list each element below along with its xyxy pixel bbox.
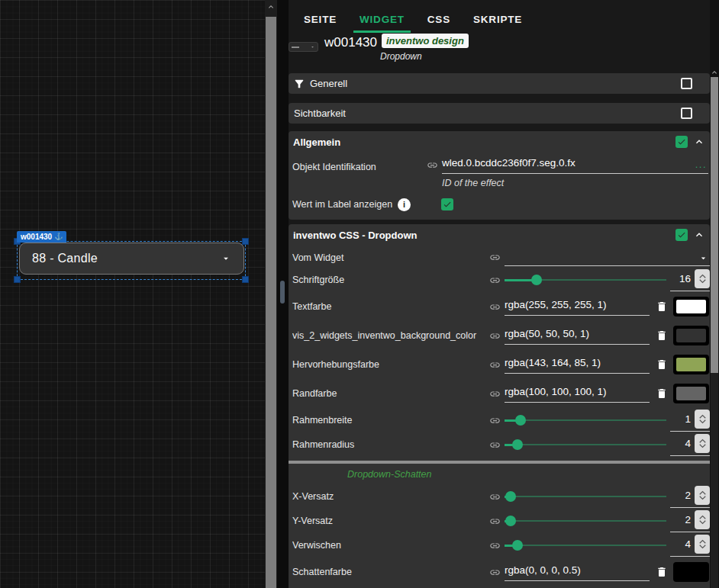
y-versatz-label: Y-Versatz: [292, 516, 489, 526]
allgemein-collapse-icon[interactable]: [693, 136, 705, 148]
delete-icon[interactable]: [656, 387, 668, 400]
hervorhebungsfarbe-swatch[interactable]: [673, 355, 709, 374]
oid-value: wled.0.bcddc236f0f7.seg.0.fx: [442, 157, 576, 169]
anchor-icon[interactable]: ⚓: [54, 233, 63, 240]
canvas-scroll-up-icon[interactable]: [266, 2, 276, 11]
widget-id-title: w001430: [324, 35, 377, 50]
delete-icon[interactable]: [656, 329, 668, 342]
verwischen-slider[interactable]: [505, 535, 666, 555]
select-caret-icon: [698, 253, 708, 263]
selection-frame[interactable]: [17, 241, 246, 280]
field-textfarbe: Textfarbe rgba(255, 255, 255, 1): [289, 292, 710, 321]
field-schriftgroesse: Schriftgröße 16: [289, 268, 710, 292]
canvas-scrollbar[interactable]: [265, 0, 277, 588]
panel-splitter[interactable]: [277, 0, 289, 588]
schriftgroesse-value[interactable]: 16: [679, 273, 691, 284]
info-icon[interactable]: i: [398, 198, 411, 211]
link-icon[interactable]: [489, 540, 501, 551]
verwischen-value[interactable]: 4: [685, 538, 691, 550]
link-icon[interactable]: [427, 159, 438, 171]
field-y-versatz: Y-Versatz 2: [289, 509, 710, 533]
link-icon[interactable]: [489, 516, 501, 527]
oid-more-button[interactable]: ...: [695, 159, 707, 170]
link-icon[interactable]: [489, 491, 501, 503]
panel-scrollbar[interactable]: [710, 0, 719, 588]
link-icon[interactable]: [489, 388, 501, 400]
schattenfarbe-input[interactable]: rgba(0, 0, 0, 0.5): [505, 564, 650, 581]
verwischen-stepper[interactable]: [695, 535, 710, 554]
link-icon[interactable]: [489, 330, 501, 342]
rahmenradius-label: Rahmenradius: [292, 439, 489, 450]
y-versatz-slider[interactable]: [505, 511, 666, 531]
link-icon[interactable]: [489, 439, 501, 451]
link-icon[interactable]: [489, 275, 501, 286]
background-color-input[interactable]: rgba(50, 50, 50, 1): [505, 327, 650, 345]
tab-seite[interactable]: SEITE: [298, 9, 343, 33]
rahmenradius-value[interactable]: 4: [685, 438, 691, 449]
inventwo-checkbox[interactable]: [675, 229, 688, 241]
oid-input[interactable]: wled.0.bcddc236f0f7.seg.0.fx ...: [442, 156, 708, 174]
x-versatz-slider[interactable]: [505, 487, 666, 506]
x-versatz-stepper[interactable]: [695, 486, 710, 505]
field-wert-im-label: Wert im Label anzeigen i: [289, 195, 710, 214]
schattenfarbe-swatch[interactable]: [673, 562, 709, 582]
generell-checkbox[interactable]: [681, 78, 692, 89]
randfarbe-swatch[interactable]: [673, 384, 709, 403]
inventwo-collapse-icon[interactable]: [693, 229, 705, 241]
rahmenradius-slider[interactable]: [505, 435, 666, 455]
sichtbarkeit-checkbox[interactable]: [681, 108, 692, 119]
textfarbe-label: Textfarbe: [292, 301, 489, 312]
delete-icon[interactable]: [656, 300, 668, 313]
group-generell[interactable]: Generell: [289, 73, 710, 94]
rahmenbreite-slider[interactable]: [505, 410, 666, 430]
panel-scrollbar-thumb[interactable]: [711, 77, 718, 373]
resize-handle-ne[interactable]: [242, 238, 249, 245]
x-versatz-value[interactable]: 2: [685, 490, 691, 501]
thumbnail-text-line: [292, 47, 299, 48]
wert-im-label-checkbox[interactable]: [441, 198, 453, 210]
field-background-color: vis_2_widgets_inventwo_background_color …: [289, 321, 710, 350]
hervorhebungsfarbe-input[interactable]: rgba(143, 164, 85, 1): [505, 356, 650, 374]
tab-widget[interactable]: WIDGET: [353, 9, 411, 33]
y-versatz-value[interactable]: 2: [685, 514, 691, 525]
filter-icon: [293, 78, 305, 90]
background-color-swatch[interactable]: [673, 326, 709, 345]
randfarbe-input[interactable]: rgba(100, 100, 100, 1): [505, 385, 650, 403]
rahmenbreite-value[interactable]: 1: [685, 413, 691, 425]
widget-thumbnail: [289, 42, 318, 52]
tab-css[interactable]: CSS: [421, 9, 456, 33]
allgemein-checkbox[interactable]: [675, 136, 688, 148]
link-icon[interactable]: [489, 359, 501, 371]
widget-type-label: Dropdown: [380, 51, 422, 62]
splitter-grip[interactable]: [280, 281, 285, 304]
link-icon[interactable]: [489, 252, 501, 263]
resize-handle-sw[interactable]: [14, 276, 21, 283]
widget-header: w001430 inventwo design Dropdown: [289, 33, 710, 67]
panel-scrollbar-track[interactable]: [711, 373, 718, 588]
tab-skripte[interactable]: SKRIPTE: [467, 9, 528, 33]
canvas-scrollbar-thumb[interactable]: [266, 17, 276, 588]
widget-id-chip[interactable]: w001430 ⚓: [17, 231, 66, 243]
vis-editor: w001430 ⚓ 88 - Candle SEITE WIDGET CSS: [0, 0, 719, 588]
group-sichtbarkeit[interactable]: Sichtbarkeit: [289, 103, 710, 124]
background-color-label: vis_2_widgets_inventwo_background_color: [292, 330, 489, 341]
rahmenbreite-stepper[interactable]: [695, 410, 710, 429]
delete-icon[interactable]: [656, 565, 668, 579]
y-versatz-stepper[interactable]: [695, 510, 710, 529]
delete-icon[interactable]: [656, 358, 668, 371]
textfarbe-swatch[interactable]: [673, 297, 709, 316]
link-icon[interactable]: [489, 415, 501, 426]
link-icon[interactable]: [489, 301, 501, 313]
link-icon[interactable]: [489, 567, 501, 578]
panel-scroll-up-icon[interactable]: [710, 68, 719, 77]
textfarbe-input[interactable]: rgba(255, 255, 255, 1): [505, 298, 650, 316]
schriftgroesse-slider[interactable]: [505, 270, 666, 290]
resize-handle-se[interactable]: [242, 276, 249, 283]
oid-label: Objekt Identifikation: [292, 156, 427, 172]
vom-widget-label: Vom Widget: [292, 252, 489, 263]
vom-widget-select[interactable]: [505, 249, 710, 266]
randfarbe-label: Randfarbe: [292, 388, 489, 399]
schriftgroesse-stepper[interactable]: [695, 269, 710, 288]
view-canvas[interactable]: w001430 ⚓ 88 - Candle: [0, 0, 265, 588]
rahmenradius-stepper[interactable]: [695, 434, 710, 453]
